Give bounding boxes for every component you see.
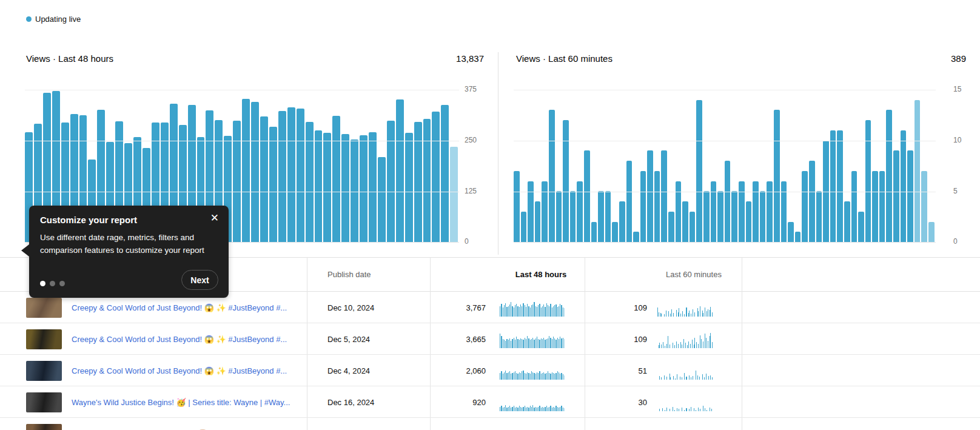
gridline-15 xyxy=(514,90,936,90)
gridline-250 xyxy=(25,141,459,141)
pagination-dot-active[interactable] xyxy=(40,281,45,286)
views-48h-cell: 446 xyxy=(472,418,486,430)
views-48h-cell: 3,665 xyxy=(466,323,486,355)
sparkline-60m xyxy=(657,301,713,317)
table-row[interactable]: Creepy & Cool World of Just Beyond! 😱 ✨ … xyxy=(0,323,980,355)
views-60m-cell: 109 xyxy=(634,323,647,355)
views-48h-cell: 3,767 xyxy=(466,292,486,323)
views-60m-cell: 30 xyxy=(639,386,647,418)
next-button[interactable]: Next xyxy=(181,270,218,290)
views-48h-cell: 920 xyxy=(472,386,486,418)
table-row[interactable]: What happens when time runs out? ⏳ | Cou… xyxy=(0,418,980,430)
sparkline-48h xyxy=(500,396,565,411)
y-tick-60m-15: 15 xyxy=(953,85,972,93)
y-tick-48h-0: 0 xyxy=(465,237,483,246)
y-tick-48h-250: 250 xyxy=(465,136,483,144)
video-title-link[interactable]: What happens when time runs out? ⏳ | Cou… xyxy=(72,418,286,430)
tooltip-title: Customize your report xyxy=(40,215,137,225)
sparkline-60m xyxy=(657,333,713,348)
video-thumbnail[interactable] xyxy=(26,298,62,318)
sparkline-60m xyxy=(657,396,713,411)
chart-48h-total: 13,837 xyxy=(456,53,484,64)
sparkline-48h xyxy=(500,301,565,317)
video-thumbnail[interactable] xyxy=(26,361,62,381)
publish-date-cell: Dec 4, 2024 xyxy=(327,355,370,386)
close-icon[interactable]: ✕ xyxy=(210,212,219,224)
tooltip-body: Use different date rage, metrics, filter… xyxy=(40,231,223,257)
video-thumbnail[interactable] xyxy=(26,392,62,412)
sparkline-60m xyxy=(657,428,713,430)
sparkline-48h xyxy=(500,428,565,430)
y-tick-60m-5: 5 xyxy=(953,187,972,195)
updating-live-indicator: Updating live xyxy=(26,15,81,24)
chart-panels-divider xyxy=(498,52,498,255)
publish-date-cell: Dec 16, 2024 xyxy=(327,386,374,418)
y-tick-48h-125: 125 xyxy=(465,187,483,195)
column-header-publish-date[interactable]: Publish date xyxy=(327,270,371,279)
table-row[interactable]: Wayne's Wild Justice Begins! 🥳 | Series … xyxy=(0,386,980,418)
tooltip-pagination-dots xyxy=(40,281,65,286)
video-title-link[interactable]: Creepy & Cool World of Just Beyond! 😱 ✨ … xyxy=(72,355,287,386)
live-dot-icon xyxy=(26,16,32,22)
y-tick-48h-375: 375 xyxy=(465,85,483,93)
tooltip-caret-icon xyxy=(21,244,29,257)
views-60m-cell: 5 xyxy=(643,418,647,430)
column-header-last-48-hours[interactable]: Last 48 hours xyxy=(486,270,596,279)
gridline-375 xyxy=(25,90,459,90)
gridline-125 xyxy=(25,192,459,192)
sparkline-48h xyxy=(500,364,565,380)
youtube-studio-realtime-page: Updating live Views · Last 48 hours 13,8… xyxy=(0,0,980,430)
gridline-10 xyxy=(514,141,936,141)
table-row[interactable]: Creepy & Cool World of Just Beyond! 😱 ✨ … xyxy=(0,355,980,386)
views-60m-bar-chart[interactable] xyxy=(514,90,936,243)
publish-date-cell: Dec 10, 2024 xyxy=(327,292,374,323)
gridline-5 xyxy=(514,192,936,192)
chart-48h-title: Views · Last 48 hours xyxy=(26,53,113,64)
views-60m-cell: 51 xyxy=(639,355,647,386)
y-tick-60m-10: 10 xyxy=(953,136,972,144)
views-48h-cell: 2,060 xyxy=(466,355,486,386)
customize-report-tooltip: Customize your report ✕ Use different da… xyxy=(29,206,229,298)
video-thumbnail[interactable] xyxy=(26,424,62,430)
pagination-dot[interactable] xyxy=(59,281,65,286)
views-60m-cell: 109 xyxy=(634,292,647,323)
video-title-link[interactable]: Wayne's Wild Justice Begins! 🥳 | Series … xyxy=(72,386,290,418)
publish-date-cell: Dec 5, 2024 xyxy=(327,323,370,355)
video-title-link[interactable]: Creepy & Cool World of Just Beyond! 😱 ✨ … xyxy=(72,323,287,355)
chart-60m-title: Views · Last 60 minutes xyxy=(516,53,612,64)
chart-60m-total: 389 xyxy=(951,53,966,64)
sparkline-60m xyxy=(657,364,713,380)
updating-live-label: Updating live xyxy=(35,15,81,24)
video-thumbnail[interactable] xyxy=(26,329,62,349)
pagination-dot[interactable] xyxy=(50,281,55,286)
column-header-last-60-minutes[interactable]: Last 60 minutes xyxy=(639,270,748,279)
sparkline-48h xyxy=(500,333,565,348)
publish-date-cell: Feb 20, 2025 xyxy=(327,418,374,430)
y-tick-60m-0: 0 xyxy=(953,237,972,246)
